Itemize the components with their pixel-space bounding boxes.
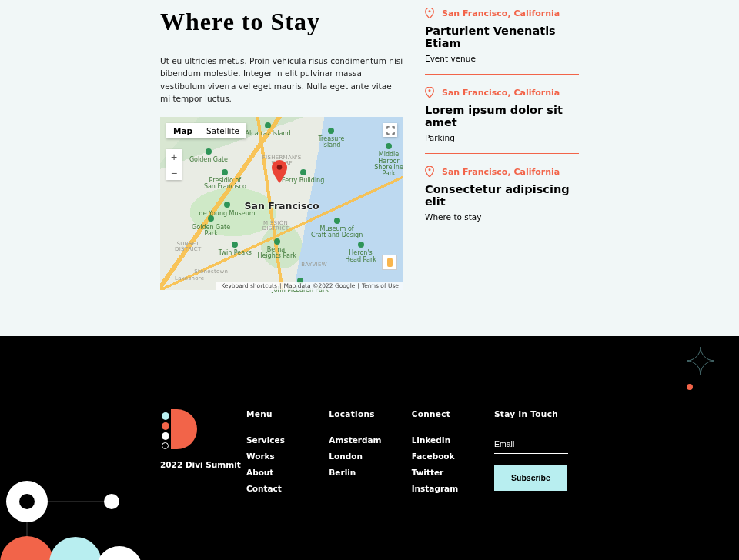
pin-icon — [272, 160, 287, 183]
map-district-label: SUNSETDISTRICT — [175, 242, 202, 253]
map-district-label: BAYVIEW — [301, 262, 327, 268]
footer-menu-title: Menu — [246, 409, 329, 418]
decor-diamond — [685, 345, 716, 379]
map-attribution: Keyboard shortcuts|Map data ©2022 Google… — [216, 282, 403, 290]
location-list: San Francisco, CaliforniaParturient Vene… — [425, 8, 579, 290]
location-desc: Event venue — [425, 54, 579, 63]
map-poi[interactable]: Heron'sHead Park — [345, 242, 376, 263]
footer-link[interactable]: Works — [246, 452, 329, 461]
map-pegman[interactable] — [382, 255, 397, 270]
map-poi[interactable]: TreasureIsland — [318, 128, 344, 149]
svg-point-9 — [0, 536, 54, 560]
map-zoom-out[interactable]: − — [166, 165, 182, 180]
footer-connect: Connect LinkedInFacebookTwitterInstagram — [412, 409, 494, 500]
footer-menu: Menu ServicesWorksAboutContact — [246, 409, 329, 500]
pin-icon — [425, 87, 434, 98]
footer-locations-title: Locations — [329, 409, 411, 418]
page-title: Where to Stay — [160, 8, 403, 36]
map-poi[interactable]: Presidio ofSan Francisco — [204, 169, 246, 191]
location-item: San Francisco, CaliforniaConsectetur adi… — [425, 166, 579, 232]
map-widget[interactable]: Map Satellite + − San Francisco Keyboard… — [160, 117, 403, 290]
footer-link[interactable]: Amsterdam — [329, 435, 411, 445]
svg-point-11 — [96, 546, 142, 560]
map-poi[interactable]: BernalHeights Park — [257, 238, 296, 260]
footer-link[interactable]: Contact — [246, 484, 329, 493]
footer-stay-in-touch: Stay In Touch Subscribe — [494, 409, 579, 500]
svg-point-2 — [429, 89, 431, 92]
footer-link[interactable]: LinkedIn — [412, 435, 494, 445]
location-item: San Francisco, CaliforniaParturient Vene… — [425, 8, 579, 75]
map-district-label: MISSIONDISTRICT — [262, 221, 289, 232]
pin-icon — [425, 166, 434, 177]
map-poi[interactable]: Twin Peaks — [219, 242, 252, 257]
location-city: San Francisco, California — [442, 167, 560, 177]
subscribe-button[interactable]: Subscribe — [494, 465, 567, 491]
location-desc: Parking — [425, 133, 579, 142]
footer-link[interactable]: Instagram — [412, 484, 494, 493]
footer-link[interactable]: Services — [246, 435, 329, 445]
location-city: San Francisco, California — [442, 88, 560, 98]
map-poi[interactable]: Ferry Building — [282, 169, 324, 185]
map-poi[interactable]: Golden Gate — [189, 148, 228, 164]
footer-link[interactable]: London — [329, 452, 411, 461]
brand-text: 2022 Divi Summit — [160, 460, 246, 469]
map-zoom-in[interactable]: + — [166, 149, 182, 165]
map-type-satellite[interactable]: Satellite — [199, 123, 246, 138]
location-title: Lorem ipsum dolor sit amet — [425, 104, 579, 128]
intro-text: Ut eu ultricies metus. Proin vehicula ri… — [160, 55, 403, 105]
fullscreen-icon — [386, 126, 395, 135]
footer-link[interactable]: About — [246, 468, 329, 477]
svg-point-3 — [429, 168, 431, 171]
where-to-stay-section: Where to Stay Ut eu ultricies metus. Pro… — [0, 0, 739, 336]
left-column: Where to Stay Ut eu ultricies metus. Pro… — [160, 8, 403, 290]
map-poi[interactable]: Museum ofCraft and Design — [311, 218, 363, 239]
map-poi[interactable]: Middle HarborShoreline Park — [374, 143, 403, 178]
footer-link[interactable]: Twitter — [412, 468, 494, 477]
svg-point-10 — [49, 537, 102, 560]
email-field[interactable] — [494, 436, 568, 454]
svg-point-0 — [277, 165, 283, 170]
map-poi[interactable]: Golden GatePark — [192, 215, 230, 237]
site-footer: 2022 Divi Summit Menu ServicesWorksAbout… — [0, 336, 739, 560]
footer-touch-title: Stay In Touch — [494, 409, 579, 418]
location-title: Consectetur adipiscing elit — [425, 183, 579, 208]
decor-dot — [687, 384, 693, 390]
footer-link[interactable]: Facebook — [412, 452, 494, 461]
map-zoom-controls: + − — [166, 149, 182, 180]
svg-point-1 — [429, 10, 431, 12]
map-marker[interactable] — [272, 160, 287, 186]
map-district-label: Lakeshore — [175, 276, 204, 282]
location-title: Parturient Venenatis Etiam — [425, 25, 579, 49]
footer-connect-title: Connect — [412, 409, 494, 418]
location-city: San Francisco, California — [442, 8, 560, 18]
map-type-switcher: Map Satellite — [166, 123, 246, 138]
map-type-map[interactable]: Map — [166, 123, 199, 138]
footer-brand: 2022 Divi Summit — [160, 409, 246, 500]
footer-link[interactable]: Berlin — [329, 468, 411, 477]
map-center-label: San Francisco — [244, 200, 319, 212]
brand-logo — [160, 409, 197, 449]
location-item: San Francisco, CaliforniaLorem ipsum dol… — [425, 87, 579, 154]
footer-locations: Locations AmsterdamLondonBerlin — [329, 409, 411, 500]
map-poi[interactable]: Alcatraz Island — [246, 122, 291, 138]
map-fullscreen-button[interactable] — [383, 123, 397, 137]
location-desc: Where to stay — [425, 212, 579, 222]
pin-icon — [425, 8, 434, 18]
map-district-label: Stonestown — [194, 269, 228, 275]
